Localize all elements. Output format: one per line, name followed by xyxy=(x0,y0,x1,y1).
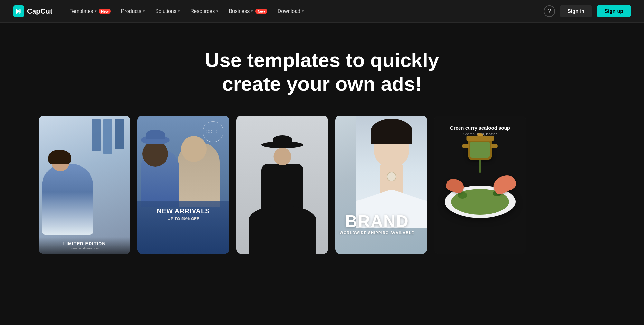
pot-container xyxy=(468,139,492,173)
lid-handle xyxy=(477,133,483,136)
business-badge: New xyxy=(255,9,267,14)
person-profile-1 xyxy=(178,143,220,207)
fashion-circle: FASHION · FASHION · xyxy=(203,121,223,142)
nav-item-business[interactable]: Business ▾ New xyxy=(224,6,272,17)
jeans-2 xyxy=(103,119,112,154)
person-profile-2 xyxy=(141,149,179,207)
hair xyxy=(48,150,71,164)
download-label: Download xyxy=(278,8,300,14)
signup-button[interactable]: Sign up xyxy=(597,5,631,17)
help-button[interactable]: ? xyxy=(544,5,555,17)
card-food[interactable]: Green curry seafood soup Shrimp, clam, l… xyxy=(434,116,526,254)
business-chevron: ▾ xyxy=(251,9,253,13)
limited-edition-label: LIMITED EDITION xyxy=(43,241,126,246)
logo-text: CapCut xyxy=(27,7,52,15)
nav-item-templates[interactable]: Templates ▾ New xyxy=(65,6,115,17)
download-chevron: ▾ xyxy=(302,9,304,13)
card-2-overlay: NEW ARRIVALS UP TO 50% OFF xyxy=(137,201,229,254)
nav-item-resources[interactable]: Resources ▾ xyxy=(186,6,223,17)
hat-crown xyxy=(273,135,292,144)
woman-figure xyxy=(261,164,303,254)
soup-inside xyxy=(470,142,490,158)
plate-container xyxy=(445,176,516,218)
necklace xyxy=(387,172,396,181)
woman-head xyxy=(273,148,291,165)
jeans-3 xyxy=(115,119,124,149)
skirt xyxy=(249,206,316,254)
head-2 xyxy=(142,141,168,167)
hero-section: Use templates to quickly create your own… xyxy=(0,23,644,292)
pot-body xyxy=(468,139,492,160)
jeans-1 xyxy=(92,119,101,151)
jeans-decoration xyxy=(92,119,124,154)
help-icon: ? xyxy=(548,8,551,14)
soup-pour-visual xyxy=(437,139,523,173)
card-brand[interactable]: BRAND WORLDWIDE SHIPPING AVAILABLE xyxy=(335,116,427,254)
head-1 xyxy=(181,136,207,162)
signin-button[interactable]: Sign in xyxy=(560,5,592,17)
fashion-circle-text: FASHION · FASHION · xyxy=(203,130,223,134)
templates-chevron: ▾ xyxy=(95,9,97,13)
card-fashion-woman[interactable] xyxy=(236,116,328,254)
nav-links: Templates ▾ New Products ▾ Solutions ▾ R… xyxy=(65,6,544,17)
card-5-content: Green curry seafood soup Shrimp, clam, l… xyxy=(434,116,526,254)
pour-stream xyxy=(479,160,481,173)
new-arrivals-label: NEW ARRIVALS xyxy=(143,208,223,215)
model-hair xyxy=(371,119,412,144)
logo[interactable]: CapCut xyxy=(13,5,52,17)
discount-label: UP TO 50% OFF xyxy=(143,216,223,221)
resources-chevron: ▾ xyxy=(216,9,218,13)
hat-top xyxy=(146,130,165,139)
templates-badge: New xyxy=(99,9,111,14)
brand-label: BRAND xyxy=(340,211,414,231)
navbar: CapCut Templates ▾ New Products ▾ Soluti… xyxy=(0,0,644,23)
nav-item-solutions[interactable]: Solutions ▾ xyxy=(151,6,185,17)
templates-label: Templates xyxy=(70,8,93,14)
card-url: www.brandname.com xyxy=(43,247,126,250)
resources-label: Resources xyxy=(190,8,215,14)
card-1-overlay: LIMITED EDITION www.brandname.com xyxy=(39,237,130,254)
pot-lid xyxy=(466,136,494,141)
person-figure xyxy=(42,164,93,235)
nav-item-products[interactable]: Products ▾ xyxy=(117,6,149,17)
brand-subtext: WORLDWIDE SHIPPING AVAILABLE xyxy=(340,231,414,235)
handle-right xyxy=(491,144,498,148)
card-4-overlay: BRAND WORLDWIDE SHIPPING AVAILABLE xyxy=(340,211,414,235)
solutions-chevron: ▾ xyxy=(178,9,180,13)
business-label: Business xyxy=(229,8,250,14)
hero-title: Use templates to quickly create your own… xyxy=(177,48,467,96)
cards-strip: LIMITED EDITION www.brandname.com xyxy=(13,116,631,273)
nav-item-download[interactable]: Download ▾ xyxy=(273,6,308,17)
nav-right: ? Sign in Sign up xyxy=(544,5,631,17)
handle-left xyxy=(462,144,469,148)
food-title: Green curry seafood soup xyxy=(450,125,510,131)
products-chevron: ▾ xyxy=(143,9,145,13)
card-limited-edition[interactable]: LIMITED EDITION www.brandname.com xyxy=(39,116,130,254)
solutions-label: Solutions xyxy=(155,8,176,14)
card-new-arrivals[interactable]: FASHION · FASHION · NEW ARRIVALS UP TO 5… xyxy=(137,116,229,254)
products-label: Products xyxy=(121,8,141,14)
